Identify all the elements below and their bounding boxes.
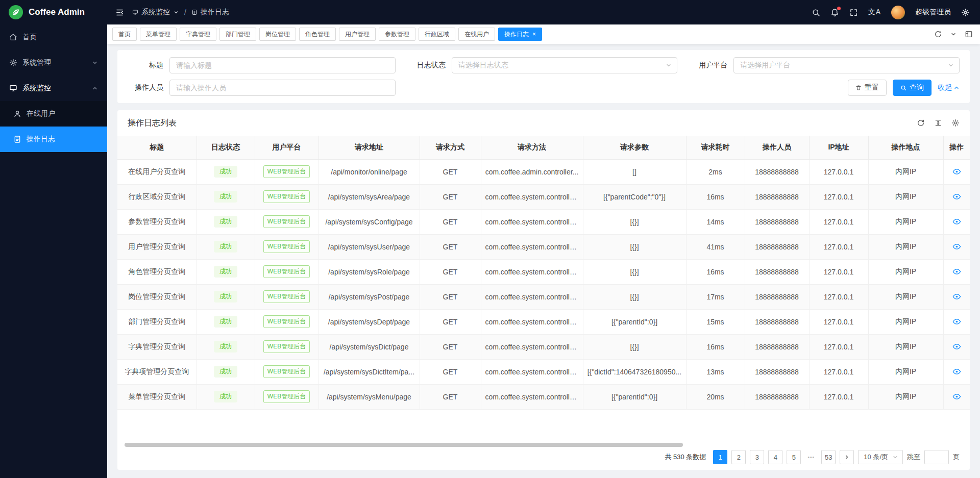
log-status-select[interactable]: 请选择日志状态 [452, 57, 678, 73]
row-density-icon[interactable] [934, 119, 942, 127]
column-header: 用户平台 [255, 136, 318, 159]
tab-岗位管理[interactable]: 岗位管理 [259, 28, 296, 41]
column-settings-gear-icon[interactable] [951, 119, 960, 127]
page-size-select[interactable]: 10 条/页 [858, 450, 903, 464]
sidebar-item-operation-log[interactable]: 操作日志 [0, 127, 107, 152]
view-detail-eye-icon[interactable] [952, 242, 961, 251]
user-platform-cell: WEB管理后台 [255, 159, 318, 184]
table-card-header: 操作日志列表 [117, 110, 970, 136]
view-detail-eye-icon[interactable] [952, 342, 961, 351]
table-empty-space [117, 410, 970, 443]
operator-input[interactable] [169, 80, 396, 96]
tab-首页[interactable]: 首页 [112, 28, 137, 41]
horizontal-scrollbar-thumb[interactable] [125, 443, 683, 447]
view-detail-eye-icon[interactable] [952, 267, 961, 276]
collapse-filter-button[interactable]: 收起 [938, 83, 960, 92]
user-platform-cell: WEB管理后台 [255, 209, 318, 234]
chevron-down-icon[interactable] [950, 31, 957, 37]
view-detail-eye-icon[interactable] [952, 367, 961, 376]
log-status-cell: 成功 [197, 259, 255, 284]
tab-label: 首页 [118, 30, 131, 39]
breadcrumb: 系统监控 / 操作日志 [132, 8, 229, 17]
view-detail-eye-icon[interactable] [952, 392, 961, 401]
ip-address-cell: 127.0.0.1 [809, 209, 868, 234]
view-detail-eye-icon[interactable] [952, 192, 961, 201]
refresh-icon[interactable] [917, 119, 925, 127]
tab-label: 操作日志 [504, 30, 529, 39]
tab-菜单管理[interactable]: 菜单管理 [140, 28, 177, 41]
column-header: 请求地址 [318, 136, 420, 159]
location-cell: 内网IP [868, 159, 943, 184]
tab-用户管理[interactable]: 用户管理 [339, 28, 376, 41]
user-name[interactable]: 超级管理员 [915, 8, 951, 17]
action-cell [943, 284, 970, 309]
user-platform-select[interactable]: 请选择用户平台 [733, 57, 960, 73]
log-status-cell: 成功 [197, 359, 255, 384]
pagination-page-5[interactable]: 5 [787, 450, 801, 464]
refresh-icon[interactable] [934, 30, 942, 38]
horizontal-scrollbar-track[interactable] [120, 442, 967, 447]
action-cell [943, 384, 970, 409]
action-cell [943, 184, 970, 209]
table-row: 岗位管理分页查询成功WEB管理后台/api/system/sysPost/pag… [117, 284, 970, 309]
pagination-page-2[interactable]: 2 [731, 450, 746, 464]
ip-address-cell: 127.0.0.1 [809, 234, 868, 259]
tab-label: 参数管理 [385, 30, 409, 39]
pagination-page-1[interactable]: 1 [713, 450, 727, 464]
tab-label: 用户管理 [345, 30, 370, 39]
caret-down-icon [173, 9, 179, 15]
search-icon[interactable] [812, 8, 820, 17]
pagination-ellipsis[interactable]: ••• [805, 455, 817, 460]
view-detail-eye-icon[interactable] [952, 217, 961, 226]
layout-icon[interactable] [965, 30, 973, 38]
tab-操作日志[interactable]: 操作日志× [498, 28, 542, 41]
query-button[interactable]: 查询 [893, 80, 932, 96]
settings-gear-icon[interactable] [961, 8, 970, 17]
location-cell: 内网IP [868, 384, 943, 409]
request-duration-cell: 20ms [686, 384, 745, 409]
title-input[interactable] [169, 57, 396, 73]
collapse-sidebar-icon[interactable] [115, 8, 124, 17]
notifications-button[interactable] [830, 8, 839, 17]
tab-行政区域[interactable]: 行政区域 [419, 28, 455, 41]
sidebar-item-online-users[interactable]: 在线用户 [0, 101, 107, 127]
language-switch-icon[interactable]: 文A [868, 8, 881, 17]
app-logo[interactable]: Coffee Admin [0, 0, 107, 24]
sidebar-item-system-monitor[interactable]: 系统监控 [0, 76, 107, 101]
table-row: 参数管理分页查询成功WEB管理后台/api/system/sysConfig/p… [117, 209, 970, 234]
tab-部门管理[interactable]: 部门管理 [219, 28, 256, 41]
chevron-down-icon [948, 62, 954, 68]
coffee-logo-icon [8, 5, 23, 20]
reset-button-label: 重置 [865, 83, 879, 92]
view-detail-eye-icon[interactable] [952, 292, 961, 301]
breadcrumb-item-monitor[interactable]: 系统监控 [132, 8, 179, 17]
reset-button[interactable]: 重置 [848, 80, 887, 96]
fullscreen-icon[interactable] [849, 8, 858, 17]
log-document-icon [191, 9, 198, 15]
breadcrumb-item-operation-log[interactable]: 操作日志 [191, 8, 229, 17]
tab-在线用户[interactable]: 在线用户 [458, 28, 495, 41]
pagination-page-3[interactable]: 3 [750, 450, 764, 464]
sidebar-item-home[interactable]: 首页 [0, 24, 107, 50]
table-title: 操作日志列表 [128, 118, 177, 129]
pagination-page-53[interactable]: 53 [821, 450, 836, 464]
avatar[interactable] [891, 6, 905, 19]
pagination-next-button[interactable] [840, 450, 854, 464]
tab-字典管理[interactable]: 字典管理 [180, 28, 216, 41]
request-method-cell: GET [420, 309, 481, 334]
request-url-cell: /api/system/sysDept/page [318, 309, 420, 334]
view-detail-eye-icon[interactable] [952, 167, 961, 176]
table-body: 在线用户分页查询成功WEB管理后台/api/monitor/online/pag… [117, 159, 970, 409]
sidebar-item-system-management[interactable]: 系统管理 [0, 50, 107, 76]
tab-角色管理[interactable]: 角色管理 [299, 28, 336, 41]
action-cell [943, 334, 970, 359]
view-detail-eye-icon[interactable] [952, 317, 961, 326]
ip-address-cell: 127.0.0.1 [809, 384, 868, 409]
jump-page-input[interactable] [924, 450, 949, 464]
tab-参数管理[interactable]: 参数管理 [379, 28, 415, 41]
tab-close-icon[interactable]: × [532, 31, 536, 37]
request-method-cell: GET [420, 284, 481, 309]
pagination-page-4[interactable]: 4 [768, 450, 782, 464]
pagination: 共 530 条数据 12345•••53 10 条/页 跳至 页 [117, 447, 970, 470]
request-duration-cell: 13ms [686, 359, 745, 384]
